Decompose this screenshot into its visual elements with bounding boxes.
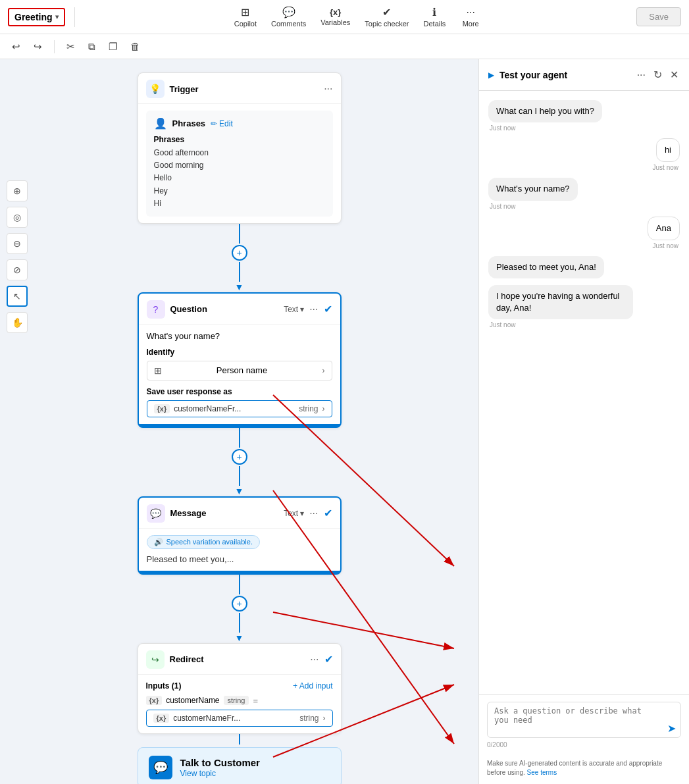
- question-menu-button[interactable]: ···: [309, 303, 318, 315]
- variables-icon: {x}: [330, 7, 341, 17]
- cut-button[interactable]: ✂: [63, 38, 79, 55]
- more-icon: ···: [466, 7, 474, 18]
- input-var-name: customerName: [166, 696, 219, 705]
- greeting-label: Greeting: [14, 12, 53, 22]
- chat-send-button[interactable]: ➤: [667, 722, 676, 735]
- zoom-in-button[interactable]: ⊕: [7, 180, 28, 201]
- save-response-label: Save user response as: [147, 387, 332, 396]
- save-button[interactable]: Save: [636, 7, 681, 26]
- redirect-menu-button[interactable]: ···: [310, 654, 319, 666]
- paste-button[interactable]: ❐: [105, 38, 121, 55]
- redirect-node[interactable]: ↪ Redirect ··· ✔ Inputs (1) + Add input …: [138, 643, 342, 734]
- toolbar-items: ⊞ Copilot 💬 Comments {x} Variables ✔ Top…: [84, 3, 632, 30]
- trigger-node-wrapper: 💡 Trigger ··· 👤 Phrases ✏ Edit: [128, 72, 351, 292]
- panel-close-button[interactable]: ✕: [669, 67, 680, 82]
- message-check-icon: ✔: [324, 507, 332, 519]
- toolbar-separator: [74, 7, 75, 27]
- connector-line-3: [239, 575, 240, 594]
- trigger-node[interactable]: 💡 Trigger ··· 👤 Phrases ✏ Edit: [138, 72, 342, 224]
- top-toolbar: Greeting ▾ ⊞ Copilot 💬 Comments {x} Vari…: [0, 0, 689, 34]
- chat-time-1: Just now: [488, 124, 517, 132]
- second-toolbar: ↩ ↪ ✂ ⧉ ❐ 🗑: [0, 34, 689, 59]
- chat-msg-6: I hope you're having a wonderful day, An…: [488, 285, 680, 328]
- view-topic-link[interactable]: View topic: [180, 769, 216, 778]
- undo-button[interactable]: ↩: [8, 38, 24, 55]
- panel-refresh-button[interactable]: ↻: [652, 67, 663, 82]
- question-icon: ?: [147, 300, 165, 319]
- question-node[interactable]: ? Question Text ▾ ··· ✔ What's your name…: [138, 292, 342, 428]
- toolbar-more[interactable]: ··· More: [453, 4, 488, 30]
- connector-line-1b: [239, 262, 240, 282]
- input-var-tag: {x}: [146, 696, 163, 705]
- zoom-out-button[interactable]: ⊖: [7, 233, 28, 254]
- phrase-5: Hi: [154, 197, 325, 210]
- phrases-edit-link[interactable]: ✏ Edit: [211, 119, 233, 128]
- talk-title: Talk to Customer: [180, 757, 260, 768]
- identify-row[interactable]: ⊞ Person name ›: [147, 361, 332, 380]
- chat-bubble-3: What's your name?: [488, 178, 578, 200]
- add-input-button[interactable]: + Add input: [293, 681, 332, 691]
- redirect-source-row[interactable]: {x} customerNameFr... string ›: [146, 710, 333, 727]
- input-var-row: {x} customerName string =: [146, 696, 333, 706]
- delete-button[interactable]: 🗑: [126, 38, 144, 55]
- add-node-btn-3[interactable]: +: [232, 596, 247, 612]
- ban-button[interactable]: ⊘: [7, 259, 28, 280]
- phrase-3: Hello: [154, 172, 325, 184]
- connector-line-3b: [239, 613, 240, 633]
- cursor-button[interactable]: ↖: [7, 286, 28, 307]
- toolbar-topic-checker[interactable]: ✔ Topic checker: [358, 3, 415, 30]
- inputs-header: Inputs (1) + Add input: [146, 681, 333, 691]
- chat-time-3: Just now: [488, 203, 517, 210]
- redirect-node-header: ↪ Redirect ··· ✔: [138, 644, 341, 675]
- add-node-btn-2[interactable]: +: [232, 449, 247, 465]
- chat-bubble-2: hi: [656, 138, 680, 162]
- target-button[interactable]: ◎: [7, 207, 28, 228]
- chat-footer: Make sure AI-generated content is accura…: [479, 755, 689, 784]
- details-label: Details: [424, 20, 446, 28]
- add-node-btn-1[interactable]: +: [232, 245, 247, 261]
- toolbar-variables[interactable]: {x} Variables: [314, 5, 357, 29]
- phrase-2: Good morning: [154, 159, 325, 172]
- trigger-node-header: 💡 Trigger ···: [138, 73, 341, 104]
- question-title: Question: [170, 304, 279, 314]
- char-count: 0/2000: [487, 741, 681, 748]
- toolbar-details[interactable]: ℹ Details: [417, 3, 453, 30]
- see-terms-link[interactable]: See terms: [527, 769, 557, 776]
- message-menu-button[interactable]: ···: [309, 508, 318, 519]
- question-node-body: What's your name? Identify ⊞ Person name…: [139, 325, 340, 424]
- phrase-1: Good afternoon: [154, 147, 325, 159]
- question-node-wrapper: ? Question Text ▾ ··· ✔ What's your name…: [128, 292, 351, 496]
- talk-to-customer-block[interactable]: 💬 Talk to Customer View topic: [138, 747, 342, 784]
- more-label: More: [463, 20, 479, 28]
- redirect-check-icon: ✔: [324, 653, 333, 666]
- identify-label: Identify: [147, 348, 332, 357]
- copy-button[interactable]: ⧉: [84, 38, 99, 55]
- chat-area: What can I help you with? Just now hi Ju…: [479, 91, 689, 694]
- right-panel: ▶ Test your agent ··· ↻ ✕ What can I hel…: [478, 59, 689, 784]
- hand-button[interactable]: ✋: [7, 312, 28, 333]
- chat-bubble-4: Ana: [648, 217, 680, 240]
- topic-checker-icon: ✔: [382, 6, 391, 18]
- canvas[interactable]: ⊕ ◎ ⊖ ⊘ ↖ ✋ 💡 Trigger ···: [0, 59, 478, 784]
- connector-3: + ▼: [232, 575, 247, 643]
- chat-input[interactable]: [487, 702, 681, 738]
- copilot-label: Copilot: [234, 20, 257, 28]
- panel-icons: ··· ↻ ✕: [636, 67, 680, 82]
- redo-button[interactable]: ↪: [30, 38, 46, 55]
- panel-more-button[interactable]: ···: [636, 67, 647, 82]
- arrow-down-3: ▼: [235, 633, 244, 643]
- toolbar-copilot[interactable]: ⊞ Copilot: [228, 3, 263, 30]
- source-chevron-icon: ›: [323, 714, 326, 723]
- toolbar-sep-2: [54, 40, 55, 53]
- greeting-button[interactable]: Greeting ▾: [8, 8, 65, 26]
- var-row[interactable]: {x} customerNameFr... string ›: [147, 400, 332, 417]
- toolbar-comments[interactable]: 💬 Comments: [265, 3, 313, 30]
- arrow-down-2: ▼: [235, 486, 244, 496]
- message-node[interactable]: 💬 Message Text ▾ ··· ✔ 🔊 Speech variatio…: [138, 496, 342, 575]
- question-type-badge[interactable]: Text ▾: [284, 305, 304, 314]
- message-node-header: 💬 Message Text ▾ ··· ✔: [139, 498, 340, 529]
- trigger-icon: 💡: [146, 80, 165, 98]
- trigger-title: Trigger: [170, 84, 319, 94]
- trigger-menu-button[interactable]: ···: [324, 83, 332, 95]
- message-type-badge[interactable]: Text ▾: [284, 509, 304, 518]
